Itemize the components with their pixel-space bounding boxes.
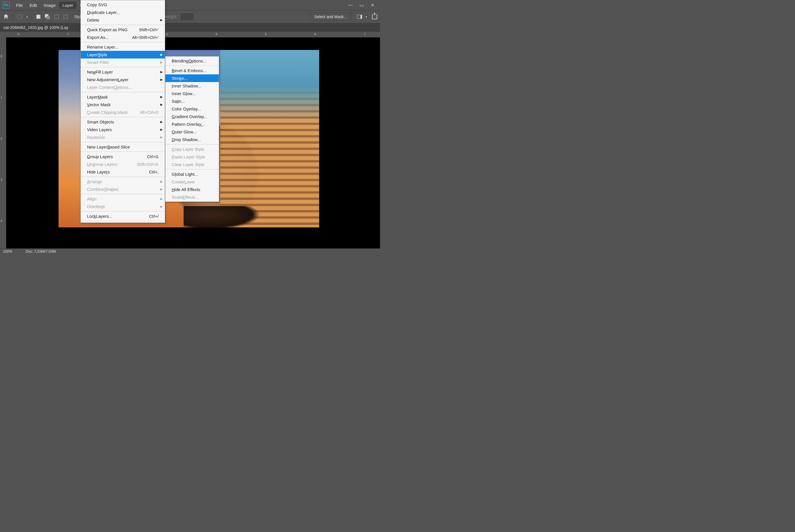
layer-menu-rasterize: Rasterize▶: [81, 133, 165, 141]
style-menu-bevel-emboss[interactable]: Bevel & Emboss...: [165, 67, 219, 74]
submenu-arrow-icon: ▶: [160, 120, 163, 124]
layer-menu-layer-mask[interactable]: Layer Mask▶: [81, 93, 165, 101]
layer-menu-quick-export-as-png[interactable]: Quick Export as PNGShift+Ctrl+': [81, 26, 165, 34]
height-label: Height:: [165, 15, 177, 19]
layer-style-submenu: Blending Options...Bevel & Emboss...Stro…: [165, 56, 219, 202]
layer-menu-layer-content-options: Layer Content Options...: [81, 83, 165, 91]
layer-menu-rename-layer[interactable]: Rename Layer...: [81, 43, 165, 51]
style-menu-scale-effects: Scale Effects...: [165, 193, 219, 201]
menu-image[interactable]: Image: [40, 2, 59, 9]
chevron-down-icon[interactable]: ▾: [365, 15, 367, 18]
layer-menu-smart-objects[interactable]: Smart Objects▶: [81, 118, 165, 126]
add-selection-icon[interactable]: [44, 13, 51, 20]
style-menu-global-light[interactable]: Global Light...: [165, 170, 219, 178]
layer-menu-export-as[interactable]: Export As...Alt+Shift+Ctrl+': [81, 34, 165, 41]
close-button[interactable]: ✕: [371, 3, 374, 8]
subtract-selection-icon[interactable]: [53, 13, 60, 20]
style-menu-copy-layer-style: Copy Layer Style: [165, 145, 219, 153]
style-menu-drop-shadow[interactable]: Drop Shadow...: [165, 136, 219, 144]
home-icon[interactable]: [3, 13, 9, 20]
share-icon[interactable]: [372, 14, 377, 19]
separator: [13, 13, 13, 21]
menubar: Ps FileEditImageLayerindowHelp — ▭ ✕: [0, 0, 380, 10]
submenu-arrow-icon: ▶: [160, 187, 163, 191]
style-menu-clear-layer-style: Clear Layer Style: [165, 161, 219, 168]
menu-layer[interactable]: Layer: [59, 2, 77, 9]
options-bar: ▾ Style: Normal ▾ Width: Height: Select …: [0, 10, 380, 23]
layer-menu-create-clipping-mask: Create Clipping MaskAlt+Ctrl+G: [81, 109, 165, 116]
submenu-arrow-icon: ▶: [160, 70, 163, 74]
style-menu-outer-glow[interactable]: Outer Glow...: [165, 128, 219, 136]
submenu-arrow-icon: ▶: [160, 95, 163, 99]
layer-menu-ungroup-layers: Ungroup LayersShift+Ctrl+G: [81, 160, 165, 168]
style-menu-pattern-overlay[interactable]: Pattern Overlay...: [165, 120, 219, 128]
ruler-vertical: 01234: [0, 37, 6, 248]
layer-menu-layer-style[interactable]: Layer Style▶: [81, 51, 165, 58]
style-menu-create-layer: Create Layer: [165, 178, 219, 186]
layer-menu-delete[interactable]: Delete▶: [81, 16, 165, 24]
submenu-arrow-icon: ▶: [160, 18, 163, 22]
submenu-arrow-icon: ▶: [160, 103, 163, 107]
layer-menu-video-layers[interactable]: Video Layers▶: [81, 126, 165, 133]
layer-menu-new-layer-based-slice[interactable]: New Layer Based Slice: [81, 143, 165, 151]
submenu-arrow-icon: ▶: [160, 180, 163, 184]
minimize-button[interactable]: —: [348, 3, 353, 8]
submenu-arrow-icon: ▶: [160, 60, 163, 64]
zoom-level[interactable]: 100%: [3, 249, 25, 253]
layer-menu-combine-shapes: Combine Shapes▶: [81, 185, 165, 193]
style-menu-color-overlay[interactable]: Color Overlay...: [165, 105, 219, 113]
layer-menu-copy-svg[interactable]: Copy SVG: [81, 1, 165, 8]
submenu-arrow-icon: ▶: [160, 205, 163, 208]
app-logo: Ps: [3, 2, 10, 8]
layer-menu-lock-layers[interactable]: Lock Layers...Ctrl+/: [81, 212, 165, 220]
chevron-down-icon[interactable]: ▾: [26, 15, 28, 18]
status-bar: 100% Doc: 7,03M/7,03M: [0, 248, 380, 254]
style-menu-satin[interactable]: Satin...: [165, 97, 219, 105]
menu-edit[interactable]: Edit: [26, 2, 40, 9]
layer-menu: Copy SVGDuplicate Layer...Delete▶Quick E…: [80, 0, 165, 223]
layer-menu-group-layers[interactable]: Group LayersCtrl+G: [81, 153, 165, 160]
marquee-tool-icon[interactable]: [16, 13, 23, 20]
submenu-arrow-icon: ▶: [160, 128, 163, 131]
layer-menu-vector-mask[interactable]: Vector Mask▶: [81, 101, 165, 109]
height-input[interactable]: [181, 13, 193, 20]
menu-file[interactable]: File: [13, 2, 26, 9]
style-menu-hide-all-effects[interactable]: Hide All Effects: [165, 186, 219, 193]
maximize-button[interactable]: ▭: [360, 3, 364, 8]
style-menu-gradient-overlay[interactable]: Gradient Overlay...: [165, 113, 219, 120]
intersect-selection-icon[interactable]: [62, 13, 69, 20]
document-tab[interactable]: cat-2068462_1920.jpg @ 100% (Lay: [0, 23, 380, 32]
layer-menu-new-fill-layer[interactable]: New Fill Layer▶: [81, 68, 165, 76]
submenu-arrow-icon: ▶: [160, 78, 163, 81]
separator: [31, 13, 32, 21]
new-selection-icon[interactable]: [35, 13, 42, 20]
ruler-horizontal: 01234567: [6, 32, 380, 37]
layer-menu-new-adjustment-layer[interactable]: New Adjustment Layer▶: [81, 76, 165, 83]
layer-menu-hide-layers[interactable]: Hide LayersCtrl+,: [81, 168, 165, 176]
layer-menu-duplicate-layer[interactable]: Duplicate Layer...: [81, 8, 165, 16]
style-menu-inner-glow[interactable]: Inner Glow...: [165, 90, 219, 97]
style-menu-paste-layer-style: Paste Layer Style: [165, 153, 219, 161]
submenu-arrow-icon: ▶: [160, 197, 163, 201]
layer-menu-arrange: Arrange▶: [81, 178, 165, 185]
layer-menu-distribute: Distribute▶: [81, 203, 165, 210]
submenu-arrow-icon: ▶: [160, 53, 163, 57]
layer-menu-smart-filter: Smart Filter▶: [81, 58, 165, 66]
doc-size: Doc: 7,03M/7,03M: [25, 249, 56, 253]
style-menu-inner-shadow[interactable]: Inner Shadow...: [165, 82, 219, 90]
style-menu-blending-options[interactable]: Blending Options...: [165, 57, 219, 65]
panel-toggle-icon[interactable]: [357, 15, 362, 19]
window-controls: — ▭ ✕: [348, 3, 378, 8]
submenu-arrow-icon: ▶: [160, 135, 163, 139]
style-menu-stroke[interactable]: Stroke...: [165, 74, 219, 82]
select-and-mask-button[interactable]: Select and Mask...: [310, 13, 351, 21]
layer-menu-align: Align▶: [81, 195, 165, 203]
